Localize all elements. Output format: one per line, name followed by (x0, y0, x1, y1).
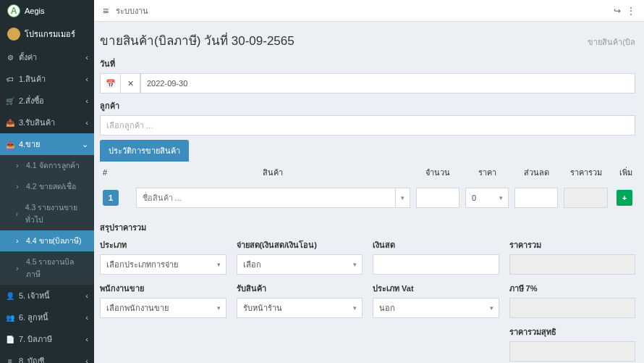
brand-text: Aegis (25, 7, 45, 15)
page-title: ขายสินค้า(บิลภาษี) วันที่ 30-09-2565 (100, 30, 295, 50)
col-price: ราคา (462, 162, 512, 183)
sidebar-item[interactable]: 📄7. บิลภาษี (0, 328, 94, 350)
nav-icon: ⚙ (6, 54, 14, 62)
brand: A Aegis (0, 0, 94, 22)
customer-input[interactable] (100, 115, 635, 135)
label-cash: เงินสด (373, 238, 499, 251)
discount-input[interactable] (514, 188, 558, 208)
nav: ⚙ตั้งค่า🏷1.สินค้า🛒2.สั่งซื้อ📥3.รับสินค้า… (0, 46, 94, 363)
sidebar-item-label: 3.รับสินค้า (19, 116, 55, 129)
user-panel: โปรแกรมเมอร์ (0, 22, 94, 46)
qty-input[interactable] (416, 188, 459, 208)
vat7-input (509, 298, 636, 318)
nav-icon: 👤 (6, 292, 14, 300)
add-row-button[interactable]: + (617, 190, 632, 206)
col-add: เพิ่ม (611, 162, 635, 183)
sidebar-subitem-label: 4.3 รายงานขายทั่วไป (25, 201, 88, 226)
chevron-icon: › (13, 183, 22, 191)
clear-date-button[interactable]: ✕ (120, 73, 140, 93)
sidebar-item[interactable]: 🛒2.สั่งซื้อ (0, 90, 94, 112)
avatar (7, 28, 20, 41)
label-staff: พนักงานขาย (100, 282, 226, 295)
sidebar-subitem-label: 4.5 รายงานบิลภาษี (26, 256, 88, 280)
sidebar-item[interactable]: 📥3.รับสินค้า (0, 112, 94, 133)
col-product: สินค้า (133, 162, 413, 183)
payment-select[interactable]: เลือก (237, 254, 363, 275)
label-vat7: ภาษี 7% (509, 282, 636, 295)
logout-icon[interactable]: ↪ (614, 6, 621, 16)
topbar-crumb: ระบบงาน (116, 4, 148, 17)
brand-icon: A (7, 4, 20, 17)
sidebar-item-label: 4.ขาย (19, 138, 40, 151)
label-total-price: ราคารวม (509, 238, 636, 251)
nav-icon: ≡ (6, 357, 14, 364)
sidebar-item-label: 8. บัญชี (19, 354, 44, 363)
sidebar-subitem-label: 4.4 ขาย(บิลภาษี) (26, 235, 82, 247)
summary-title: สรุปราคารวม (100, 221, 635, 234)
col-discount: ส่วนลด (512, 162, 561, 183)
sidebar-item[interactable]: 👤5. เจ้าหนี้ (0, 285, 94, 306)
chevron-icon: › (13, 210, 21, 218)
sidebar-item-label: ตั้งค่า (19, 51, 37, 64)
nav-icon: 📥 (6, 119, 14, 127)
sidebar-item-label: 7. บิลภาษี (19, 333, 52, 346)
sidebar-item[interactable]: 👥6. ลูกหนี้ (0, 306, 94, 328)
calendar-icon[interactable]: 📅 (100, 73, 120, 93)
items-table: # สินค้า จำนวน ราคา ส่วนลด ราคารวม เพิ่ม… (100, 162, 635, 212)
sidebar-item[interactable]: 🏷1.สินค้า (0, 68, 94, 90)
nav-icon: 👥 (6, 314, 14, 322)
sidebar-item-label: 5. เจ้าหนี้ (19, 289, 50, 302)
breadcrumb: ขายสินค้า(บิล (588, 36, 635, 49)
nav-icon: 🛒 (6, 97, 14, 105)
main: ≡ ระบบงาน ↪ ⋮ ขายสินค้า(บิลภาษี) วันที่ … (94, 0, 644, 363)
receive-select[interactable]: รับหน้าร้าน (237, 298, 363, 318)
menu-dots-icon[interactable]: ⋮ (627, 6, 635, 16)
sidebar-subitem-label: 4.1 จัดการลูกค้า (26, 159, 80, 172)
sidebar-item[interactable]: ≡8. บัญชี (0, 350, 94, 363)
cash-input[interactable] (373, 254, 499, 275)
col-num: # (100, 162, 133, 183)
row-total-input (564, 188, 607, 208)
type-select[interactable]: เลือกประเภทการจ่าย (100, 254, 226, 275)
content: ขายสินค้า(บิลภาษี) วันที่ 30-09-2565 ขาย… (94, 22, 644, 363)
label-customer: ลูกค้า (100, 99, 635, 112)
sidebar-item[interactable]: ⚙ตั้งค่า (0, 46, 94, 68)
chevron-icon: › (13, 162, 22, 170)
sidebar-item-label: 2.สั่งซื้อ (19, 94, 44, 107)
sidebar-subitem[interactable]: ›4.1 จัดการลูกค้า (0, 155, 94, 176)
table-row: 1 ▾ 0 (100, 183, 635, 212)
topbar: ≡ ระบบงาน ↪ ⋮ (94, 0, 644, 22)
sidebar-subitem[interactable]: ›4.4 ขาย(บิลภาษี) (0, 230, 94, 251)
sidebar-subitem[interactable]: ›4.5 รายงานบิลภาษี (0, 251, 94, 285)
staff-select[interactable]: เลือกพนักงานขาย (100, 298, 226, 318)
label-type: ประเภท (100, 238, 226, 251)
product-caret-icon[interactable]: ▾ (396, 188, 410, 208)
chevron-icon: › (13, 237, 22, 245)
history-tab[interactable]: ประวัติการขายสินค้า (100, 140, 189, 162)
sidebar-item-label: 1.สินค้า (19, 72, 46, 85)
net-total-input (509, 341, 636, 362)
product-select[interactable] (136, 188, 396, 208)
total-price-input (509, 254, 636, 275)
sidebar-subitem-label: 4.2 ขายสด/เชื่อ (26, 180, 76, 193)
label-payment: จ่ายสด(เงินสด/เงินโอน) (237, 238, 363, 251)
nav-icon: 📄 (6, 335, 14, 343)
sidebar-subitem[interactable]: ›4.2 ขายสด/เชื่อ (0, 176, 94, 197)
hamburger-icon[interactable]: ≡ (103, 5, 109, 17)
chevron-icon: › (13, 264, 22, 272)
vat-select[interactable]: นอก (373, 298, 499, 318)
label-date: วันที่ (100, 57, 635, 70)
label-receive: รับสินค้า (237, 282, 363, 295)
sidebar: A Aegis โปรแกรมเมอร์ ⚙ตั้งค่า🏷1.สินค้า🛒2… (0, 0, 94, 363)
sidebar-item-label: 6. ลูกหนี้ (19, 311, 48, 324)
col-qty: จำนวน (413, 162, 462, 183)
sidebar-item[interactable]: 📤4.ขาย (0, 133, 94, 155)
sidebar-subitem[interactable]: ›4.3 รายงานขายทั่วไป (0, 197, 94, 230)
date-input[interactable] (140, 73, 635, 93)
label-net-total: ราคารวมสุทธิ (509, 325, 636, 338)
nav-icon: 📤 (6, 141, 14, 149)
row-number-badge: 1 (103, 190, 119, 206)
col-total: ราคารวม (561, 162, 610, 183)
price-select[interactable]: 0 (465, 188, 509, 208)
label-vat-type: ประเภท Vat (373, 282, 499, 295)
